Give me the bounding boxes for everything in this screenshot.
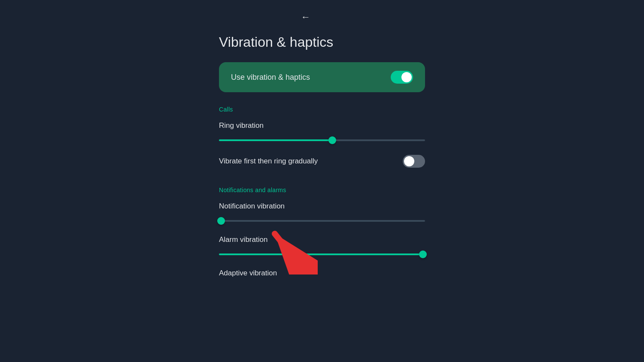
notification-vibration-title: Notification vibration xyxy=(219,202,425,211)
back-arrow-icon: ← xyxy=(301,12,310,23)
page-title: Vibration & haptics xyxy=(219,34,425,50)
notification-vibration-track xyxy=(219,220,425,222)
vibrate-first-toggle[interactable] xyxy=(403,155,425,168)
alarm-vibration-fill xyxy=(219,253,423,255)
vibrate-first-thumb xyxy=(404,156,414,166)
ring-vibration-slider[interactable] xyxy=(219,136,425,145)
main-toggle-card[interactable]: Use vibration & haptics xyxy=(219,62,425,92)
ring-vibration-fill xyxy=(219,139,332,141)
alarm-vibration-track xyxy=(219,253,425,255)
alarm-vibration-thumb[interactable] xyxy=(419,250,427,258)
ring-vibration-track xyxy=(219,139,425,141)
back-button[interactable]: ← xyxy=(296,8,315,27)
calls-section-label: Calls xyxy=(219,106,425,113)
ring-vibration-row: Ring vibration xyxy=(219,121,425,145)
adaptive-vibration-row: Adaptive vibration xyxy=(219,269,425,278)
main-toggle-switch[interactable] xyxy=(391,71,413,84)
adaptive-vibration-title: Adaptive vibration xyxy=(219,269,425,278)
notifications-section: Notifications and alarms Notification vi… xyxy=(219,187,425,288)
main-toggle-label: Use vibration & haptics xyxy=(231,73,310,82)
alarm-vibration-slider[interactable] xyxy=(219,250,425,259)
ring-vibration-title: Ring vibration xyxy=(219,121,425,130)
toggle-thumb xyxy=(401,72,412,82)
vibrate-first-row[interactable]: Vibrate first then ring gradually xyxy=(219,155,425,168)
notification-vibration-row: Notification vibration xyxy=(219,202,425,225)
vibrate-first-label: Vibrate first then ring gradually xyxy=(219,157,318,166)
page-container: ← Vibration & haptics Use vibration & ha… xyxy=(0,0,644,362)
notification-vibration-thumb[interactable] xyxy=(217,217,225,225)
notifications-section-label: Notifications and alarms xyxy=(219,187,425,193)
notification-vibration-slider[interactable] xyxy=(219,217,425,225)
alarm-vibration-title: Alarm vibration xyxy=(219,235,425,244)
alarm-vibration-row: Alarm vibration xyxy=(219,235,425,259)
ring-vibration-thumb[interactable] xyxy=(328,136,336,144)
calls-section: Calls Ring vibration Vibrate first then … xyxy=(219,106,425,180)
content-area: Vibration & haptics Use vibration & hapt… xyxy=(219,34,425,288)
